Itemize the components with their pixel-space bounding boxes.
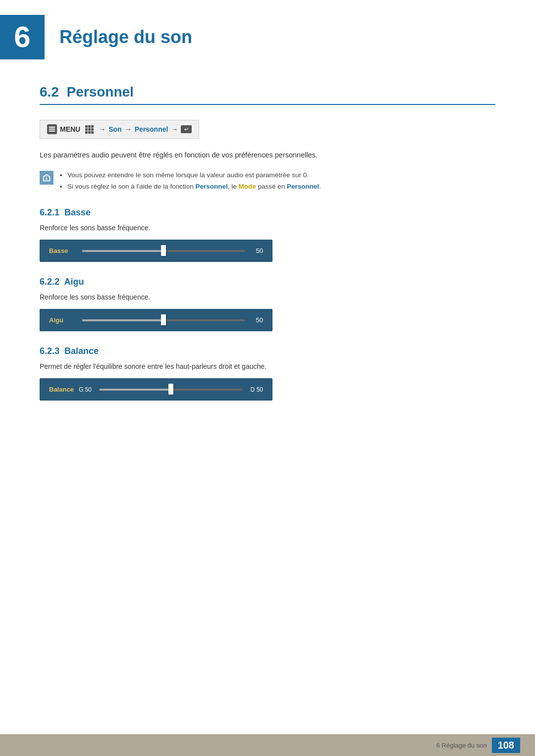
aigu-fill — [82, 319, 163, 321]
nav-grid-icon — [85, 125, 94, 134]
note-box: Vous pouvez entendre le son même lorsque… — [40, 170, 495, 193]
basse-slider-container: Basse 50 — [40, 240, 272, 262]
note-item-1: Vous pouvez entendre le son même lorsque… — [67, 170, 321, 181]
nav-arrow3: → — [171, 125, 178, 133]
aigu-value: 50 — [251, 316, 263, 324]
aigu-slider-container: Aigu 50 — [40, 309, 272, 331]
page-footer: 6 Réglage du son 108 — [0, 734, 535, 756]
basse-label: Basse — [49, 247, 76, 254]
nav-menu-label: MENU — [60, 125, 80, 133]
chapter-number-box: 6 — [0, 15, 45, 59]
nav-son: Son — [108, 125, 121, 133]
note-item-2: Si vous réglez le son à l'aide de la fon… — [67, 181, 321, 193]
basse-fill — [82, 250, 163, 252]
svg-rect-2 — [49, 131, 55, 132]
basse-thumb[interactable] — [161, 245, 166, 256]
subsection-623-desc: Permet de régler l'équilibre sonore entr… — [40, 362, 495, 370]
page-number: 108 — [492, 738, 520, 753]
nav-arrow1: → — [99, 125, 106, 133]
menu-icon — [47, 124, 57, 134]
section-description: Les paramètres audio peuvent être réglés… — [40, 150, 495, 161]
note-personnel-2: Personnel — [287, 183, 319, 190]
balance-track-wrapper — [100, 388, 242, 391]
aigu-slider-row: Aigu 50 — [49, 316, 263, 324]
note-mode: Mode — [239, 183, 256, 190]
subsection-623-title: 6.2.3 Balance — [40, 346, 495, 356]
balance-left-label: G 50 — [79, 386, 95, 393]
subsection-622-title: 6.2.2 Aigu — [40, 277, 495, 287]
subsection-622-desc: Renforce les sons basse fréquence. — [40, 293, 495, 301]
aigu-thumb[interactable] — [161, 314, 166, 325]
nav-personnel: Personnel — [135, 125, 168, 133]
footer-text: 6 Réglage du son — [436, 742, 487, 749]
basse-track-wrapper — [82, 250, 245, 252]
nav-arrow2: → — [125, 125, 132, 133]
balance-slider-container: Balance G 50 D 50 — [40, 378, 272, 401]
aigu-track-wrapper — [82, 319, 245, 322]
section-number: 6.2 — [40, 84, 59, 100]
basse-slider-row: Basse 50 — [49, 247, 263, 254]
balance-fill — [100, 389, 171, 391]
main-content: 6.2 Personnel MENU → Son → Personnel → ↵… — [0, 79, 535, 455]
section-heading: Personnel — [67, 84, 134, 100]
section-title: 6.2 Personnel — [40, 84, 495, 105]
svg-rect-0 — [49, 127, 55, 128]
subsection-621-desc: Renforce les sons basse fréquence. — [40, 224, 495, 232]
note-icon — [40, 171, 54, 185]
balance-thumb[interactable] — [168, 384, 173, 395]
chapter-number: 6 — [14, 22, 30, 52]
note-content: Vous pouvez entendre le son même lorsque… — [58, 170, 321, 193]
balance-right-label: D 50 — [247, 386, 263, 393]
chapter-title: Réglage du son — [59, 27, 192, 48]
svg-rect-1 — [49, 129, 55, 130]
aigu-label: Aigu — [49, 316, 76, 324]
chapter-header: 6 Réglage du son — [0, 0, 535, 69]
note-personnel-1: Personnel — [195, 183, 227, 190]
nav-path: MENU → Son → Personnel → ↵ — [40, 120, 199, 139]
balance-label: Balance — [49, 386, 74, 393]
enter-icon: ↵ — [181, 125, 192, 133]
basse-value: 50 — [251, 247, 263, 254]
subsection-621-title: 6.2.1 Basse — [40, 207, 495, 218]
balance-slider-row: Balance G 50 D 50 — [49, 386, 263, 393]
